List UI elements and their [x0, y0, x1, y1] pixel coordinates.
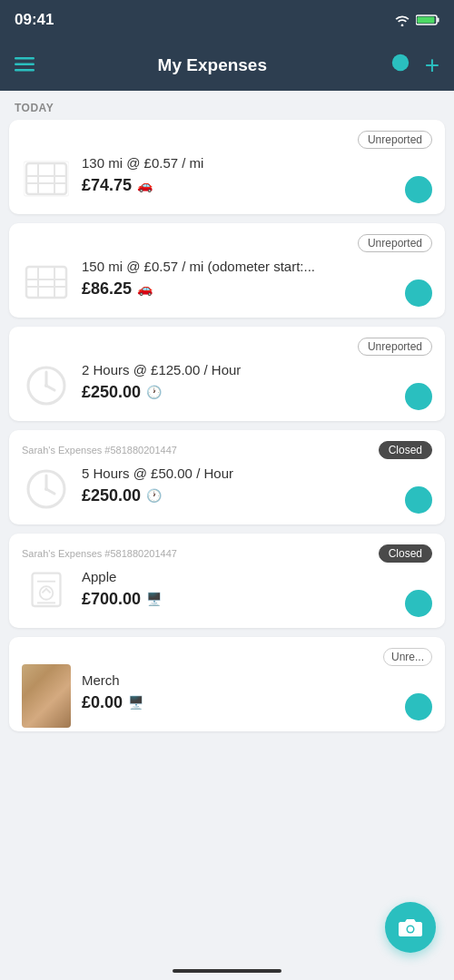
svg-rect-9 — [26, 267, 66, 298]
card-avatar-6 — [405, 693, 432, 720]
clock-icon-3 — [24, 363, 69, 408]
svg-point-13 — [44, 384, 48, 387]
car-icon-1: 🚗 — [137, 178, 153, 192]
header: My Expenses + — [0, 40, 454, 91]
expense-icon-5 — [22, 568, 71, 617]
card-avatar-1 — [405, 176, 432, 203]
menu-icon[interactable] — [15, 54, 35, 77]
home-indicator — [173, 969, 281, 973]
card-amount-4: £250.00 — [82, 486, 141, 505]
expense-icon-1 — [22, 154, 71, 203]
svg-point-23 — [408, 926, 413, 932]
card-status-row-2: Unreported — [22, 234, 432, 252]
report-ref-4: Sarah's Expenses #581880201447 — [22, 445, 177, 456]
battery-icon — [416, 14, 439, 26]
header-title: My Expenses — [158, 55, 267, 75]
card-avatar-5 — [405, 590, 432, 617]
status-badge-5: Closed — [379, 544, 432, 563]
card-amount-2: £86.25 — [82, 279, 132, 299]
status-badge-2: Unreported — [358, 234, 432, 252]
notification-icon[interactable] — [390, 53, 410, 78]
status-time: 09:41 — [15, 11, 54, 29]
add-expense-icon[interactable]: + — [425, 51, 439, 80]
svg-rect-3 — [15, 57, 35, 60]
card-content-row-5: Apple £700.00 🖥️ — [22, 568, 432, 617]
card-amount-row-5: £700.00 🖥️ — [82, 590, 394, 609]
receipt-small-icon-6: 🖥️ — [128, 695, 143, 710]
card-content-row-6: Merch £0.00 🖥️ — [22, 671, 432, 720]
card-description-6: Merch — [82, 671, 394, 690]
camera-icon — [399, 917, 422, 937]
svg-rect-1 — [438, 18, 439, 23]
today-section-label: TODAY — [0, 91, 454, 120]
card-info-4: 5 Hours @ £50.00 / Hour £250.00 🕐 — [82, 465, 394, 505]
wifi-icon — [394, 15, 410, 26]
expense-icon-4 — [22, 465, 71, 514]
card-status-row-5: Sarah's Expenses #581880201447 Closed — [22, 544, 432, 563]
expense-icon-3 — [22, 361, 71, 410]
status-badge-6: Unre... — [383, 648, 432, 666]
card-status-row-3: Unreported — [22, 338, 432, 356]
status-icons — [394, 14, 439, 26]
expense-icon-2 — [22, 258, 71, 307]
svg-rect-7 — [26, 163, 66, 194]
clock-small-icon-3: 🕐 — [146, 385, 162, 399]
card-amount-row-3: £250.00 🕐 — [82, 383, 394, 402]
card-description-5: Apple — [82, 568, 394, 586]
clock-small-icon-4: 🕐 — [146, 488, 162, 503]
card-avatar-4 — [405, 486, 432, 514]
expense-card-4[interactable]: Sarah's Expenses #581880201447 Closed 5 … — [9, 430, 445, 524]
card-info-2: 150 mi @ £0.57 / mi (odometer start:... … — [82, 258, 394, 299]
card-amount-6: £0.00 — [82, 693, 123, 712]
card-description-1: 130 mi @ £0.57 / mi — [82, 154, 394, 172]
camera-fab[interactable] — [385, 902, 436, 953]
card-amount-row-4: £250.00 🕐 — [82, 486, 394, 505]
card-content-row-1: 130 mi @ £0.57 / mi £74.75 🚗 — [22, 154, 432, 203]
card-amount-row-2: £86.25 🚗 — [82, 279, 394, 299]
card-content-row-4: 5 Hours @ £50.00 / Hour £250.00 🕐 — [22, 465, 432, 514]
card-description-3: 2 Hours @ £125.00 / Hour — [82, 361, 394, 379]
card-status-row-1: Unreported — [22, 131, 432, 149]
card-content-row-3: 2 Hours @ £125.00 / Hour £250.00 🕐 — [22, 361, 432, 410]
svg-rect-2 — [418, 17, 435, 24]
receipt-small-icon-5: 🖥️ — [146, 592, 162, 606]
expense-icon-6 — [22, 671, 71, 720]
card-content-row-2: 150 mi @ £0.57 / mi (odometer start:... … — [22, 258, 432, 307]
header-left — [15, 54, 35, 77]
expense-card-6[interactable]: Unre... Merch £0.00 🖥️ — [9, 637, 445, 731]
card-avatar-2 — [405, 279, 432, 307]
svg-rect-8 — [24, 162, 69, 196]
svg-point-6 — [391, 54, 408, 71]
card-amount-1: £74.75 — [82, 176, 132, 195]
card-status-row-6: Unre... — [22, 648, 432, 666]
svg-rect-4 — [15, 64, 35, 66]
card-amount-row-6: £0.00 🖥️ — [82, 693, 394, 712]
wood-thumbnail-6 — [22, 664, 71, 728]
report-ref-5: Sarah's Expenses #581880201447 — [22, 548, 177, 559]
map-icon-2 — [24, 260, 69, 305]
card-amount-row-1: £74.75 🚗 — [82, 176, 394, 195]
svg-point-17 — [44, 487, 48, 491]
card-info-3: 2 Hours @ £125.00 / Hour £250.00 🕐 — [82, 361, 394, 402]
status-bar: 09:41 — [0, 0, 454, 40]
status-badge-3: Unreported — [358, 338, 432, 356]
clock-icon-4 — [24, 466, 69, 512]
expense-card-5[interactable]: Sarah's Expenses #581880201447 Closed Ap… — [9, 534, 445, 628]
car-icon-2: 🚗 — [137, 281, 153, 296]
status-badge-1: Unreported — [358, 131, 432, 149]
status-badge-4: Closed — [379, 441, 432, 459]
card-status-row-4: Sarah's Expenses #581880201447 Closed — [22, 441, 432, 459]
card-info-5: Apple £700.00 🖥️ — [82, 568, 394, 609]
expense-card-1[interactable]: Unreported 130 mi @ £0.57 / mi £74.75 🚗 — [9, 120, 445, 214]
expense-card-2[interactable]: Unreported 150 mi @ £0.57 / mi (odometer… — [9, 223, 445, 318]
card-amount-3: £250.00 — [82, 383, 141, 402]
card-info-1: 130 mi @ £0.57 / mi £74.75 🚗 — [82, 154, 394, 195]
card-avatar-3 — [405, 383, 432, 410]
map-icon-1 — [24, 156, 69, 201]
expense-card-3[interactable]: Unreported 2 Hours @ £125.00 / Hour £250… — [9, 327, 445, 421]
card-description-4: 5 Hours @ £50.00 / Hour — [82, 465, 394, 483]
header-right: + — [390, 51, 439, 80]
card-description-2: 150 mi @ £0.57 / mi (odometer start:... — [82, 258, 394, 276]
card-info-6: Merch £0.00 🖥️ — [82, 671, 394, 712]
receipt-icon-5 — [24, 570, 69, 615]
